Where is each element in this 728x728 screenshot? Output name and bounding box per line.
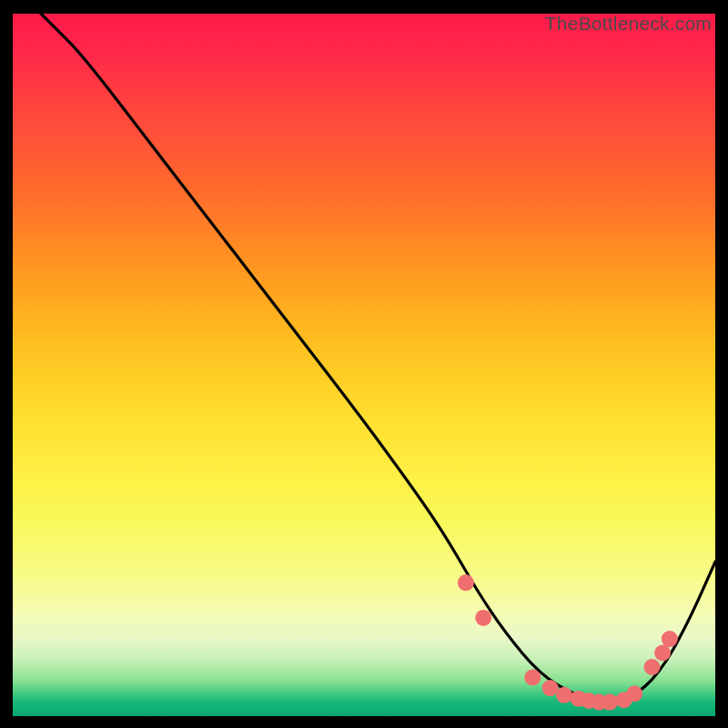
marker-dot	[524, 670, 541, 686]
marker-dot	[556, 687, 572, 703]
marker-dot	[654, 645, 671, 662]
marker-dot	[662, 631, 678, 647]
bottleneck-curve	[41, 14, 715, 701]
marker-dot	[626, 685, 642, 702]
marker-dot	[475, 610, 491, 626]
chart-svg	[13, 14, 715, 716]
marker-dot	[458, 574, 474, 591]
marker-dot	[602, 694, 618, 711]
marker-dot	[644, 659, 661, 675]
marker-dot	[542, 680, 559, 696]
highlight-markers	[458, 574, 678, 710]
